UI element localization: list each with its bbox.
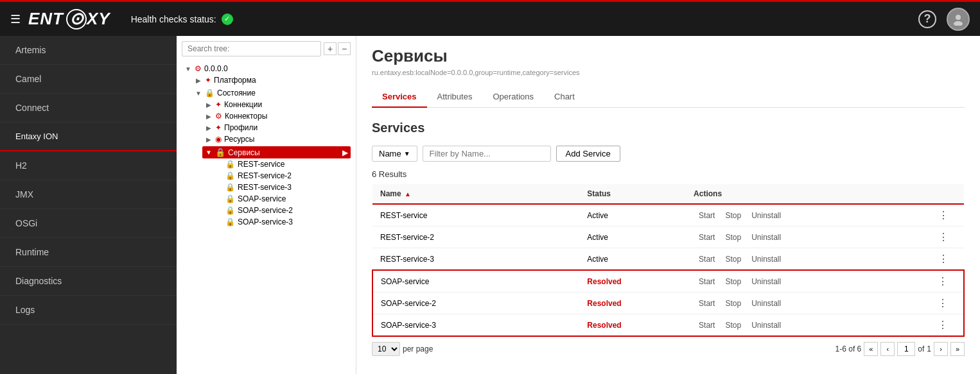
pagination-controls: 1-6 of 6 « ‹ of 1 › » <box>836 342 965 356</box>
action-uninstall-button[interactable]: Uninstall <box>746 276 786 287</box>
more-icon[interactable]: ⋮ <box>938 253 949 264</box>
pag-next-button[interactable]: › <box>934 342 948 356</box>
tree-sostoyanie-row[interactable]: ▼ 🔒 Состояние <box>192 87 351 99</box>
tabs-bar: Services Attributes Operations Chart <box>372 87 965 108</box>
filter-input[interactable] <box>423 146 551 162</box>
action-uninstall-button[interactable]: Uninstall <box>746 210 786 221</box>
action-stop-button[interactable]: Stop <box>720 319 746 331</box>
pag-prev-button[interactable]: ‹ <box>880 342 895 356</box>
health-dot: ✓ <box>222 13 233 25</box>
tree-expand-all-icon[interactable]: + <box>324 42 337 55</box>
action-stop-button[interactable]: Stop <box>720 232 746 243</box>
action-uninstall-button[interactable]: Uninstall <box>746 298 786 309</box>
tree-platforma-chevron: ▶ <box>195 77 202 84</box>
tree-konnektory-icon: ⚙ <box>215 112 222 121</box>
tree-profili[interactable]: ▶ ✦ Профили <box>202 122 351 133</box>
action-start-button[interactable]: Start <box>694 253 720 265</box>
tree-konnektory-chevron: ▶ <box>205 113 213 120</box>
tree-platforma[interactable]: ▶ ✦ Платформа <box>192 74 351 86</box>
avatar[interactable] <box>947 8 970 31</box>
tab-operations[interactable]: Operations <box>482 87 544 108</box>
cell-status: Resolved <box>579 314 686 337</box>
tree-search-input[interactable] <box>182 41 321 56</box>
action-start-button[interactable]: Start <box>694 276 720 287</box>
svg-point-0 <box>956 15 961 20</box>
table-row: REST-serviceActiveStartStopUninstall⋮ <box>372 204 964 226</box>
action-start-button[interactable]: Start <box>694 210 720 221</box>
col-status: Status <box>579 184 686 204</box>
tree-expand-icons: + − <box>324 42 351 55</box>
tree-profili-label: Профили <box>224 123 258 132</box>
tree-soap-service[interactable]: 🔒 SOAP-service <box>213 193 351 205</box>
table-header: Name ▲ Status Actions <box>372 184 964 204</box>
action-start-button[interactable]: Start <box>694 232 720 243</box>
tree-servisy-arrow: ▶ <box>342 148 348 157</box>
sidebar-item-logs[interactable]: Logs <box>0 296 177 325</box>
tree-soap-service-3[interactable]: 🔒 SOAP-service-3 <box>213 216 351 228</box>
tree-rest-service-2[interactable]: 🔒 REST-service-2 <box>213 170 351 182</box>
tree-konnektsii[interactable]: ▶ ✦ Коннекции <box>202 99 351 110</box>
more-icon[interactable]: ⋮ <box>938 276 948 287</box>
services-table: Name ▲ Status Actions REST-serviceActive… <box>372 184 965 337</box>
action-uninstall-button[interactable]: Uninstall <box>746 232 786 243</box>
cell-status: Active <box>579 226 686 248</box>
more-icon[interactable]: ⋮ <box>938 298 948 309</box>
sidebar-item-h2[interactable]: H2 <box>0 151 177 180</box>
cell-name: SOAP-service-2 <box>372 293 579 314</box>
main-content: Сервисы ru.entaxy.esb:localNode=0.0.0.0,… <box>356 36 980 374</box>
help-button[interactable]: ? <box>918 10 936 28</box>
pag-last-button[interactable]: » <box>950 342 965 356</box>
sidebar-item-connect[interactable]: Connect <box>0 94 177 123</box>
pag-first-button[interactable]: « <box>864 342 878 356</box>
cell-actions: StartStopUninstall <box>686 226 922 248</box>
tree-servisy: ▼ 🔒 Сервисы ▶ 🔒 REST-servic <box>202 145 351 229</box>
more-icon[interactable]: ⋮ <box>938 232 949 242</box>
table-header-row: Name ▲ Status Actions <box>372 184 964 204</box>
action-start-button[interactable]: Start <box>694 298 720 309</box>
menu-icon[interactable]: ☰ <box>10 12 21 26</box>
tree-root-row[interactable]: ▼ ⚙ 0.0.0.0 <box>182 63 351 74</box>
tab-chart[interactable]: Chart <box>544 87 585 108</box>
tree-rest-service[interactable]: 🔒 REST-service <box>213 158 351 170</box>
page-title: Сервисы <box>372 46 965 66</box>
sidebar-item-entaxy-ion[interactable]: Entaxy ION <box>0 123 177 151</box>
tree-profili-chevron: ▶ <box>205 124 213 132</box>
cell-name: REST-service-2 <box>372 226 579 248</box>
action-uninstall-button[interactable]: Uninstall <box>746 319 786 331</box>
tree-collapse-all-icon[interactable]: − <box>338 42 351 55</box>
tree-servisy-row[interactable]: ▼ 🔒 Сервисы ▶ <box>202 146 351 158</box>
sidebar: Artemis Camel Connect Entaxy ION H2 JMX … <box>0 36 177 374</box>
sidebar-item-runtime[interactable]: Runtime <box>0 238 177 267</box>
tab-attributes[interactable]: Attributes <box>427 87 483 108</box>
tree-servisy-label: Сервисы <box>228 148 260 157</box>
action-uninstall-button[interactable]: Uninstall <box>746 253 786 265</box>
tree-konnektsii-chevron: ▶ <box>205 101 213 108</box>
action-stop-button[interactable]: Stop <box>720 210 746 221</box>
action-stop-button[interactable]: Stop <box>720 298 746 309</box>
tree-konnektory[interactable]: ▶ ⚙ Коннекторы <box>202 110 351 122</box>
name-dropdown[interactable]: Name ▼ <box>372 146 417 162</box>
sidebar-item-jmx[interactable]: JMX <box>0 180 177 209</box>
more-icon[interactable]: ⋮ <box>938 210 949 221</box>
tree-rest-service-3[interactable]: 🔒 REST-service-3 <box>213 182 351 193</box>
more-icon[interactable]: ⋮ <box>938 319 948 330</box>
sidebar-item-artemis[interactable]: Artemis <box>0 36 177 65</box>
tree-soap-service-2[interactable]: 🔒 SOAP-service-2 <box>213 205 351 216</box>
sidebar-item-osgi[interactable]: OSGi <box>0 209 177 238</box>
tree-resursy[interactable]: ▶ ◉ Ресурсы <box>202 133 351 145</box>
page-input[interactable] <box>897 342 915 356</box>
action-start-button[interactable]: Start <box>694 319 720 331</box>
per-page-select[interactable]: 10 25 50 <box>372 342 400 356</box>
cell-actions: StartStopUninstall <box>686 248 922 271</box>
tab-services[interactable]: Services <box>372 87 427 108</box>
layout: Artemis Camel Connect Entaxy ION H2 JMX … <box>0 36 980 374</box>
action-stop-button[interactable]: Stop <box>720 253 746 265</box>
col-name[interactable]: Name ▲ <box>372 184 579 204</box>
tree-root-icon: ⚙ <box>195 64 202 73</box>
sidebar-item-diagnostics[interactable]: Diagnostics <box>0 267 177 296</box>
tree-root-label: 0.0.0.0 <box>204 64 228 73</box>
add-service-button[interactable]: Add Service <box>556 146 620 162</box>
action-stop-button[interactable]: Stop <box>720 276 746 287</box>
tree-rest-service-icon: 🔒 <box>225 160 235 169</box>
sidebar-item-camel[interactable]: Camel <box>0 65 177 94</box>
